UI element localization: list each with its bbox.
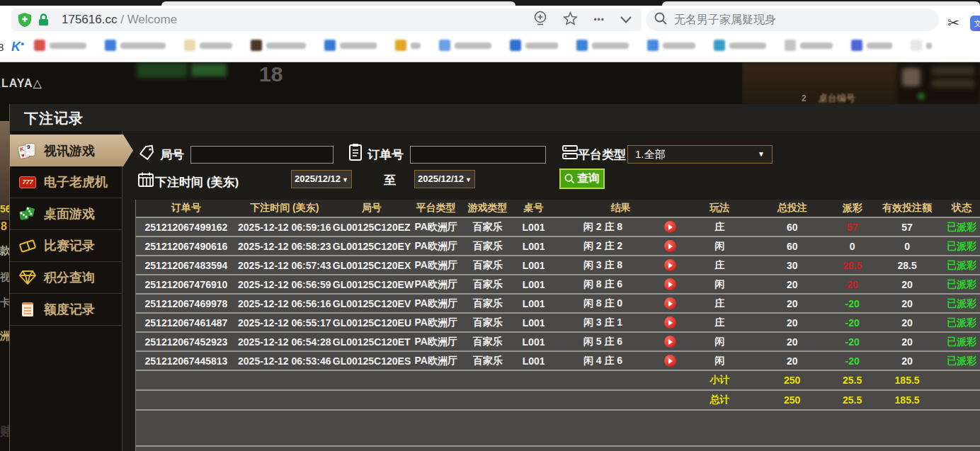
sidebar-item-quota-records[interactable]: 额度记录	[10, 294, 122, 326]
select-arrow-icon: ▼	[758, 146, 765, 163]
subtotal-row-payout: 25.5	[833, 375, 872, 386]
bookmark-favicon	[34, 40, 45, 51]
column-header: 结果	[554, 202, 688, 215]
bookmark-label-blur	[266, 42, 306, 49]
column-header: 状态	[942, 202, 980, 215]
cell-play[interactable]	[652, 355, 688, 367]
circle-plus-icon[interactable]	[533, 11, 547, 29]
star-icon[interactable]	[563, 11, 578, 29]
cell-table_no: L001	[514, 317, 554, 329]
cell-time: 2025-12-12 06:59:16	[237, 222, 333, 233]
translate-icon[interactable]: 文	[970, 16, 980, 31]
subtotal-row-total-bet: 250	[751, 375, 833, 386]
cell-status: 已派彩	[942, 316, 980, 329]
url-text: 175616.cc / Welcome	[62, 13, 177, 27]
chevron-down-icon[interactable]	[620, 13, 632, 26]
date-from-picker[interactable]: 2025/12/12▼	[291, 170, 352, 188]
cell-round: GL00125C120EZ	[333, 222, 411, 233]
bookmark-logo-k[interactable]: K●	[11, 40, 24, 55]
bookmark-item[interactable]	[576, 40, 629, 51]
bookmark-item[interactable]	[439, 40, 491, 51]
bookmark-item[interactable]	[105, 40, 166, 51]
cell-order: 251212067490616	[136, 241, 237, 252]
play-icon[interactable]	[664, 259, 676, 271]
cell-play[interactable]	[652, 278, 688, 291]
bookmark-label-blur	[50, 42, 86, 49]
play-icon[interactable]	[664, 336, 676, 348]
bookmark-favicon	[576, 40, 588, 51]
cell-table_no: L001	[514, 355, 554, 367]
cell-play[interactable]	[652, 297, 688, 310]
bookmark-favicon	[911, 40, 922, 51]
bookmark-item[interactable]	[184, 40, 232, 51]
bookmark-item[interactable]	[324, 40, 377, 51]
bookmark-item[interactable]	[785, 40, 833, 51]
cell-betway: 闲	[688, 240, 751, 253]
play-icon[interactable]	[664, 278, 676, 290]
bookmark-item[interactable]	[510, 40, 558, 51]
platform-type-select[interactable]: 1.全部 ▼	[627, 145, 773, 164]
cell-platform: PA欧洲厅	[411, 221, 462, 234]
play-icon[interactable]	[664, 240, 676, 252]
order-no-input[interactable]	[410, 146, 546, 164]
cell-play[interactable]	[652, 336, 688, 348]
platform-type-label: 平台类型	[578, 147, 626, 163]
cell-order: 251212067483594	[136, 260, 237, 271]
bookmarks-bar: 8 K●	[0, 34, 980, 62]
bookmarks-list	[34, 40, 950, 51]
cell-play[interactable]	[652, 221, 688, 234]
sidebar-item-label: 电子老虎机	[44, 173, 108, 190]
total-row: 总计25025.5185.5	[136, 391, 980, 411]
sidebar-item-points-query[interactable]: 积分查询	[10, 262, 122, 294]
total-row-total-bet: 250	[751, 394, 833, 406]
play-icon[interactable]	[664, 316, 676, 329]
betting-records-modal: 下注记录 K♥9 视讯游戏 777 电子老虎机 桌面游戏	[9, 104, 980, 451]
more-dots-icon[interactable]: •••	[593, 15, 605, 25]
sidebar-item-table-games[interactable]: 桌面游戏	[10, 198, 122, 230]
cell-status: 已派彩	[942, 278, 980, 291]
cell-platform: PA欧洲厅	[411, 336, 462, 348]
bookmark-label-blur	[592, 42, 629, 49]
search-box[interactable]: 无名男子家属疑现身	[646, 8, 939, 31]
calendar-icon	[137, 171, 154, 191]
cell-play[interactable]	[652, 259, 688, 272]
cell-status: 已派彩	[942, 355, 980, 367]
play-icon[interactable]	[664, 221, 676, 233]
bookmark-item[interactable]	[911, 40, 932, 51]
query-button[interactable]: 查询	[559, 169, 605, 189]
cell-status: 已派彩	[942, 336, 980, 348]
sidebar-item-match-records[interactable]: 比赛记录	[10, 230, 122, 262]
cell-payout: 0	[833, 241, 872, 252]
backdrop-green-block	[137, 62, 188, 78]
bookmark-item[interactable]	[714, 40, 766, 51]
play-icon[interactable]	[664, 297, 676, 309]
table-row: 2512120674835942025-12-12 06:57:43GL0012…	[136, 256, 980, 275]
cell-play[interactable]	[652, 240, 688, 253]
cell-betway: 闲	[688, 355, 751, 367]
shield-icon	[18, 13, 31, 27]
cell-betway: 庄	[688, 221, 751, 234]
scissors-icon[interactable]: ✂	[947, 16, 959, 30]
date-to-picker[interactable]: 2025/12/12▼	[414, 170, 475, 188]
table-header-row: 订单号下注时间 (美东)局号平台类型游戏类型桌号结果玩法总投注派彩有效投注额状态	[136, 200, 980, 218]
cell-payout: 20	[833, 279, 872, 290]
cell-time: 2025-12-12 06:58:23	[237, 241, 333, 252]
play-icon[interactable]	[664, 355, 676, 367]
bookmark-item[interactable]	[395, 40, 421, 51]
column-header: 平台类型	[411, 202, 462, 215]
cell-play[interactable]	[652, 316, 688, 329]
cell-order: 251212067499162	[136, 222, 237, 233]
round-no-input[interactable]	[190, 146, 334, 164]
bookmark-item[interactable]	[851, 40, 892, 51]
cell-valid_bet: 20	[872, 279, 942, 290]
clipboard-icon	[348, 143, 363, 164]
address-bar[interactable]: 175616.cc / Welcome •••	[11, 8, 642, 31]
modal-title-bar: 下注记录	[10, 104, 980, 131]
bookmark-item[interactable]	[647, 40, 695, 51]
backdrop-frag: 2	[802, 93, 807, 103]
sidebar-item-live-games[interactable]: K♥9 视讯游戏	[10, 135, 133, 166]
bookmark-item[interactable]	[34, 40, 86, 51]
sidebar-item-slots[interactable]: 777 电子老虎机	[10, 166, 122, 198]
cell-total_bet: 20	[751, 279, 833, 290]
bookmark-item[interactable]	[251, 40, 306, 51]
